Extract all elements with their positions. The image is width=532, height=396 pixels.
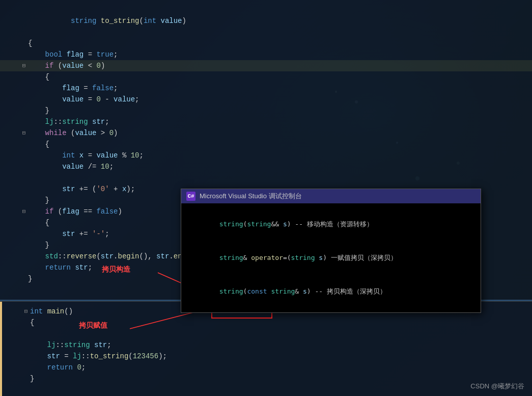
- code-content-2: {: [28, 38, 530, 49]
- bottom-code-content-5: str = lj::to_string(123456);: [30, 351, 530, 362]
- code-section-bottom[interactable]: ⊟ int main() { lj::string str;: [0, 301, 532, 396]
- code-content-6: flag = false;: [28, 83, 530, 94]
- code-line-1: string to_string(int value): [0, 4, 532, 38]
- tooltip-body: string(string&& s) -- 移动构造（资源转移） string&…: [181, 203, 481, 312]
- tooltip-line-1: string(string&& s) -- 移动构造（资源转移）: [187, 207, 474, 241]
- code-line-11: {: [0, 139, 532, 150]
- code-content-9: lj::string str;: [28, 116, 530, 127]
- code-line-6: flag = false;: [0, 83, 532, 94]
- bottom-code-content-7: }: [30, 373, 530, 384]
- fold-4[interactable]: ⊟: [20, 60, 28, 71]
- code-line-14: [0, 172, 532, 183]
- code-content-8: }: [28, 105, 530, 116]
- bottom-code-content-2: {: [30, 317, 530, 328]
- code-content-14: [28, 172, 530, 183]
- code-content-3: bool flag = true;: [28, 49, 530, 60]
- code-line-9: lj::string str;: [0, 116, 532, 127]
- code-content-5: {: [28, 71, 530, 83]
- code-content-13: value /= 10;: [28, 161, 530, 172]
- code-area-bottom: ⊟ int main() { lj::string str;: [0, 302, 532, 388]
- bottom-code-line-7: }: [2, 373, 532, 384]
- bottom-code-line-6: return 0;: [2, 362, 532, 373]
- fold-17[interactable]: ⊟: [20, 206, 28, 217]
- code-line-7: value = 0 - value;: [0, 94, 532, 105]
- bottom-code-line-3: [2, 328, 532, 339]
- code-content-12: int x = value % 10;: [28, 150, 530, 161]
- bottom-fold-1[interactable]: ⊟: [22, 306, 30, 317]
- code-line-8: }: [0, 105, 532, 116]
- code-content-1: string to_string(int value): [28, 4, 530, 38]
- code-content-7: value = 0 - value;: [28, 94, 530, 105]
- editor-container: string to_string(int value) { bool flag …: [0, 0, 532, 396]
- bottom-code-line-5: str = lj::to_string(123456);: [2, 351, 532, 362]
- code-line-4: ⊟ if (value < 0): [0, 60, 532, 71]
- fold-10[interactable]: ⊟: [20, 127, 28, 139]
- tooltip-title: Microsoft Visual Studio 调试控制台: [200, 192, 302, 201]
- code-content-4: if (value < 0): [28, 60, 530, 71]
- tooltip-line-3: string(const string& s) -- 拷贝构造（深拷贝）: [187, 275, 474, 308]
- tooltip-header: C# Microsoft Visual Studio 调试控制台: [181, 189, 481, 203]
- code-line-10: ⊟ while (value > 0): [0, 127, 532, 139]
- code-line-13: value /= 10;: [0, 161, 532, 172]
- bottom-code-line-4: lj::string str;: [2, 339, 532, 351]
- tooltip-line-2: string& operator=(string s) 一赋值拷贝（深拷贝）: [187, 241, 474, 275]
- bottom-code-content-6: return 0;: [30, 362, 530, 373]
- bottom-code-content-3: [30, 328, 530, 339]
- code-line-2: {: [0, 38, 532, 49]
- csdn-watermark: CSDN @曦梦幻谷: [470, 382, 524, 391]
- tooltip-popup: C# Microsoft Visual Studio 调试控制台 string(…: [181, 189, 481, 313]
- code-line-3: bool flag = true;: [0, 49, 532, 60]
- code-line-12: int x = value % 10;: [0, 150, 532, 161]
- code-line-5: {: [0, 71, 532, 83]
- tooltip-icon: C#: [186, 192, 195, 201]
- code-content-10: while (value > 0): [28, 127, 530, 139]
- code-content-11: {: [28, 139, 530, 150]
- bottom-code-line-2: {: [2, 317, 532, 328]
- bottom-code-content-4: lj::string str;: [30, 339, 530, 351]
